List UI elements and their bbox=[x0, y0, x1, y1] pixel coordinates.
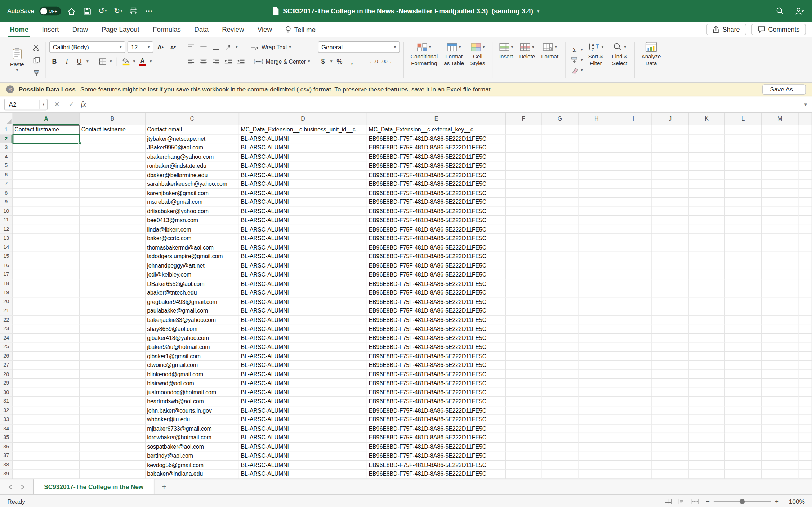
cell-I18[interactable] bbox=[615, 279, 652, 288]
cell-B1[interactable]: Contact.lastname bbox=[80, 125, 146, 134]
cell-C31[interactable]: heartmdswb@aol.com bbox=[146, 397, 239, 406]
cell-G11[interactable] bbox=[542, 216, 579, 225]
cell-D1[interactable]: MC_Data_Extension__c.business_unit_id__c bbox=[239, 125, 367, 134]
cell-E5[interactable]: EB96E8BD-F75F-481D-8A86-5E222D11FE5C bbox=[367, 162, 506, 171]
cell-C16[interactable]: johnandpeggy@att.net bbox=[146, 261, 239, 270]
cell-A36[interactable] bbox=[13, 442, 80, 451]
cell-G18[interactable] bbox=[542, 279, 579, 288]
cell-J20[interactable] bbox=[652, 297, 689, 306]
cell-M35[interactable] bbox=[762, 433, 799, 442]
cell-G13[interactable] bbox=[542, 234, 579, 243]
cell-K9[interactable] bbox=[689, 198, 725, 207]
cell-A26[interactable] bbox=[13, 352, 80, 361]
cell-F35[interactable] bbox=[506, 433, 541, 442]
cell-F37[interactable] bbox=[506, 452, 541, 461]
cell-J5[interactable] bbox=[652, 162, 689, 171]
cell-A25[interactable] bbox=[13, 343, 80, 352]
cell-I32[interactable] bbox=[615, 406, 652, 415]
cell-L3[interactable] bbox=[725, 143, 762, 152]
row-header-19[interactable]: 19 bbox=[0, 288, 13, 297]
cell-G15[interactable] bbox=[542, 252, 579, 261]
row-header-17[interactable]: 17 bbox=[0, 270, 13, 279]
cell-G33[interactable] bbox=[542, 415, 579, 424]
cell-M15[interactable] bbox=[762, 252, 799, 261]
cell-D14[interactable]: BL-ARSC-ALUMNI bbox=[239, 243, 367, 252]
cell-J8[interactable] bbox=[652, 189, 689, 198]
cell-C8[interactable]: karenjbaker@gmail.com bbox=[146, 189, 239, 198]
cell-J23[interactable] bbox=[652, 324, 689, 333]
cell-styles-button[interactable]: ▾ Cell Styles bbox=[467, 40, 488, 80]
cell-D24[interactable]: BL-ARSC-ALUMNI bbox=[239, 333, 367, 342]
cell-I30[interactable] bbox=[615, 388, 652, 397]
cell-J19[interactable] bbox=[652, 288, 689, 297]
cell-M14[interactable] bbox=[762, 243, 799, 252]
cell-A13[interactable] bbox=[13, 234, 80, 243]
cell-M34[interactable] bbox=[762, 424, 799, 433]
cell-D29[interactable]: BL-ARSC-ALUMNI bbox=[239, 379, 367, 388]
cell-E7[interactable]: EB96E8BD-F75F-481D-8A86-5E222D11FE5C bbox=[367, 180, 506, 189]
cell-F14[interactable] bbox=[506, 243, 541, 252]
cell-I25[interactable] bbox=[615, 343, 652, 352]
cell-A2[interactable] bbox=[13, 134, 80, 143]
row-header-32[interactable]: 32 bbox=[0, 406, 13, 415]
cell-I6[interactable] bbox=[615, 171, 652, 180]
tab-data[interactable]: Data bbox=[188, 22, 215, 37]
cell-E26[interactable]: EB96E8BD-F75F-481D-8A86-5E222D11FE5C bbox=[367, 352, 506, 361]
row-header-38[interactable]: 38 bbox=[0, 461, 13, 470]
align-bottom-icon[interactable] bbox=[211, 41, 221, 53]
paste-button[interactable]: Paste▾ bbox=[5, 40, 29, 80]
cell-C33[interactable]: whbaker@iu.edu bbox=[146, 415, 239, 424]
cell-C34[interactable]: mjbaker6733@gmail.com bbox=[146, 424, 239, 433]
cell-D3[interactable]: BL-ARSC-ALUMNI bbox=[239, 143, 367, 152]
cell-G27[interactable] bbox=[542, 361, 579, 370]
cell-D33[interactable]: BL-ARSC-ALUMNI bbox=[239, 415, 367, 424]
cell-F34[interactable] bbox=[506, 424, 541, 433]
cell-C2[interactable]: jtybaker@netscape.net bbox=[146, 134, 239, 143]
cell-I7[interactable] bbox=[615, 180, 652, 189]
cell-L18[interactable] bbox=[725, 279, 762, 288]
cell-M17[interactable] bbox=[762, 270, 799, 279]
row-header-9[interactable]: 9 bbox=[0, 198, 13, 207]
cell-D26[interactable]: BL-ARSC-ALUMNI bbox=[239, 352, 367, 361]
cell-E27[interactable]: EB96E8BD-F75F-481D-8A86-5E222D11FE5C bbox=[367, 361, 506, 370]
font-size-select[interactable]: 12▾ bbox=[128, 41, 153, 53]
cell-F15[interactable] bbox=[506, 252, 541, 261]
cell-L23[interactable] bbox=[725, 324, 762, 333]
cell-I31[interactable] bbox=[615, 397, 652, 406]
cell-D12[interactable]: BL-ARSC-ALUMNI bbox=[239, 225, 367, 234]
cell-M23[interactable] bbox=[762, 324, 799, 333]
cell-L26[interactable] bbox=[725, 352, 762, 361]
cell-B24[interactable] bbox=[80, 333, 146, 342]
column-header-C[interactable]: C bbox=[146, 113, 239, 125]
cell-I1[interactable] bbox=[615, 125, 652, 134]
cell-C14[interactable]: thomasbakermd@aol.com bbox=[146, 243, 239, 252]
cell-K15[interactable] bbox=[689, 252, 725, 261]
redo-button[interactable]: ↻▾ bbox=[113, 5, 123, 17]
cell-G21[interactable] bbox=[542, 306, 579, 315]
row-header-13[interactable]: 13 bbox=[0, 234, 13, 243]
cell-B4[interactable] bbox=[80, 152, 146, 161]
cell-E31[interactable]: EB96E8BD-F75F-481D-8A86-5E222D11FE5C bbox=[367, 397, 506, 406]
cell-M8[interactable] bbox=[762, 189, 799, 198]
cell-E8[interactable]: EB96E8BD-F75F-481D-8A86-5E222D11FE5C bbox=[367, 189, 506, 198]
next-sheet-icon[interactable] bbox=[21, 484, 25, 489]
cell-D28[interactable]: BL-ARSC-ALUMNI bbox=[239, 370, 367, 379]
cell-G12[interactable] bbox=[542, 225, 579, 234]
row-header-26[interactable]: 26 bbox=[0, 352, 13, 361]
cell-D2[interactable]: BL-ARSC-ALUMNI bbox=[239, 134, 367, 143]
cell-L32[interactable] bbox=[725, 406, 762, 415]
tab-draw[interactable]: Draw bbox=[66, 22, 95, 37]
cell-E34[interactable]: EB96E8BD-F75F-481D-8A86-5E222D11FE5C bbox=[367, 424, 506, 433]
cell-H18[interactable] bbox=[579, 279, 615, 288]
cell-H28[interactable] bbox=[579, 370, 615, 379]
cell-C12[interactable]: linda@lbkerr.com bbox=[146, 225, 239, 234]
tab-review[interactable]: Review bbox=[215, 22, 251, 37]
cell-G26[interactable] bbox=[542, 352, 579, 361]
cell-I15[interactable] bbox=[615, 252, 652, 261]
sort-filter-button[interactable]: AZ▾ Sort & Filter bbox=[585, 40, 606, 80]
bold-button[interactable]: B bbox=[49, 56, 60, 67]
cell-G25[interactable] bbox=[542, 343, 579, 352]
cell-C22[interactable]: bakerjackie33@yahoo.com bbox=[146, 315, 239, 324]
cell-I21[interactable] bbox=[615, 306, 652, 315]
cell-B29[interactable] bbox=[80, 379, 146, 388]
